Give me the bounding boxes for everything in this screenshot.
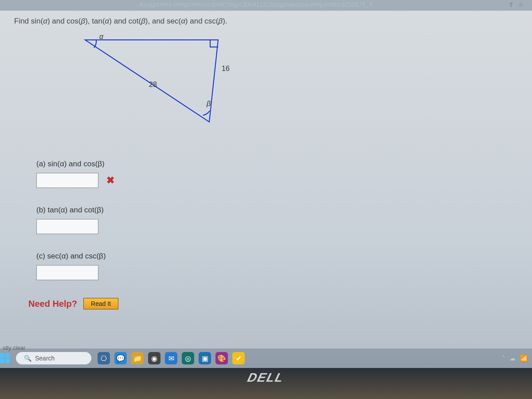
tray-wifi-icon[interactable]: 📶 (520, 355, 528, 362)
share-icon[interactable]: ⇪ (509, 1, 514, 8)
task-icon-paint[interactable]: 🎨 (215, 352, 228, 364)
question-prompt: Find sin(α) and cos(β), tan(α) and cot(β… (14, 17, 532, 26)
part-c-label: (c) sec(α) and csc(β) (36, 252, 532, 261)
task-icon-mail[interactable]: ✉ (165, 352, 177, 364)
part-c: (c) sec(α) and csc(β) (14, 252, 532, 280)
part-a-label: (a) sin(α) and cos(β) (36, 160, 532, 168)
part-b: (b) tan(α) and cot(β) (14, 206, 532, 234)
part-b-label: (b) tan(α) and cot(β) (36, 206, 532, 215)
part-b-input[interactable] (36, 219, 98, 234)
task-icon-chat[interactable]: 💬 (114, 352, 127, 364)
task-icon-store[interactable]: ▣ (199, 352, 211, 364)
read-it-button[interactable]: Read It (83, 298, 118, 309)
taskbar-search[interactable]: 🔍 Search (16, 352, 91, 364)
task-icon-files[interactable]: 📁 (131, 352, 144, 364)
part-a: (a) sin(α) and cos(β) ✖ (14, 160, 532, 188)
start-button[interactable] (0, 353, 10, 363)
search-placeholder: Search (35, 355, 55, 362)
answer-parts: (a) sin(α) and cos(β) ✖ (b) tan(α) and c… (14, 160, 532, 280)
triangle-figure: α β 28 16 (72, 35, 320, 142)
search-icon: 🔍 (24, 355, 31, 362)
need-help-label: Need Help? (28, 299, 77, 309)
wrong-icon: ✖ (106, 175, 114, 186)
part-c-input[interactable] (36, 265, 98, 280)
hypotenuse-label: 28 (149, 81, 157, 89)
system-tray[interactable]: ˄ ☁ 📶 (502, 355, 528, 362)
dell-logo: DELL (248, 371, 284, 385)
vertical-leg-label: 16 (222, 65, 230, 73)
laptop-bezel: DELL (0, 368, 532, 399)
part-a-input[interactable] (36, 173, 98, 188)
browser-url-bar: …Assignment-Responses/submit?dep=3004113… (0, 0, 532, 11)
question-page: Find sin(α) and cos(β), tan(α) and cot(β… (0, 11, 532, 341)
tray-cloud-icon[interactable]: ☁ (509, 355, 516, 362)
angle-beta-label: β (207, 100, 211, 108)
url-text: …Assignment-Responses/submit?dep=3004113… (133, 1, 372, 8)
task-icon-edge[interactable]: ◎ (182, 352, 194, 364)
need-help-row: Need Help? Read It (28, 298, 532, 309)
task-icon-check[interactable]: ✔ (232, 352, 245, 364)
angle-alpha-label: α (99, 33, 103, 41)
favorite-icon[interactable]: ☆ (518, 1, 524, 8)
tray-chevron-icon[interactable]: ˄ (502, 355, 505, 362)
windows-taskbar[interactable]: 🔍 Search ⎔💬📁◉✉◎▣🎨✔ ˄ ☁ 📶 (0, 348, 532, 368)
task-icon-copilot[interactable]: ⎔ (98, 352, 110, 364)
task-icon-dell[interactable]: ◉ (148, 352, 160, 364)
